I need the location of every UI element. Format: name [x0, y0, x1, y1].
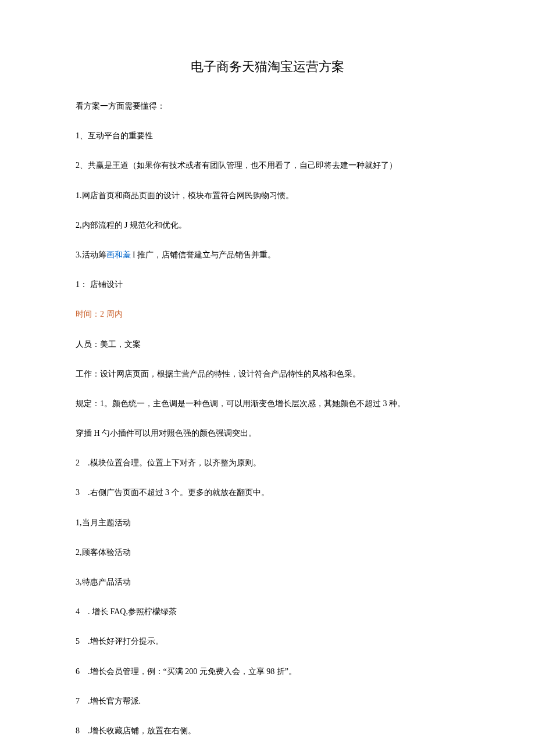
- highlighted-text: 2: [100, 310, 104, 318]
- text-segment: 3.活动筹: [76, 250, 106, 259]
- paragraph: 看方案一方面需要懂得：: [76, 99, 459, 113]
- paragraph: 规定：1。颜色统一，主色调是一种色调，可以用渐变色增长层次感，其她颜色不超过 3…: [76, 396, 459, 411]
- paragraph: 1： 店铺设计: [76, 277, 459, 292]
- paragraph: 2、共赢是王道（如果你有技术或者有团队管理，也不用看了，自己即将去建一种就好了）: [76, 158, 459, 173]
- paragraph: 4 . 增长 FAQ,参照柠檬绿茶: [76, 604, 459, 619]
- paragraph: 穿插 H 勺小插件可以用对照色强的颜色强调突出。: [76, 426, 459, 440]
- paragraph: 人员：美工，文案: [76, 337, 459, 352]
- paragraph: 8 .增长收藏店铺，放置在右侧。: [76, 723, 459, 738]
- hyperlink-text: 画和羞: [106, 250, 131, 259]
- paragraph: 3 .右侧广告页面不超过 3 个。更多的就放在翻页中。: [76, 485, 459, 500]
- paragraph: 7 .增长官方帮派.: [76, 694, 459, 708]
- paragraph: 1.网店首页和商品页面的设计，模块布置符合网民购物习惯。: [76, 188, 459, 203]
- paragraph: 工作：设计网店页面，根据主营产品的特性，设计符合产品特性的风格和色采。: [76, 367, 459, 381]
- text-segment: I 推广，店铺信誉建立与产品销售并重。: [131, 250, 276, 259]
- paragraph: 时间：2 周内: [76, 307, 459, 321]
- paragraph: 3,特惠产品活动: [76, 575, 459, 589]
- paragraph: 2 .模块位置合理。位置上下对齐，以齐整为原则。: [76, 456, 459, 470]
- document-title: 电子商务天猫淘宝运营方案: [76, 58, 459, 76]
- highlighted-text: 周内: [104, 310, 123, 318]
- paragraph: 2,顾客体验活动: [76, 545, 459, 560]
- paragraph: 6 .增长会员管理，例：“买满 200 元免费入会，立享 98 折”。: [76, 664, 459, 679]
- paragraph: 1、互动平台的重要性: [76, 128, 459, 143]
- paragraph: 3.活动筹画和羞 I 推广，店铺信誉建立与产品销售并重。: [76, 248, 459, 262]
- paragraph: 5 .增长好评打分提示。: [76, 634, 459, 648]
- paragraph: 1,当月主题活动: [76, 515, 459, 530]
- paragraph: 9 .增长顾客反馈。: [76, 753, 459, 756]
- highlighted-text: 时间：: [76, 310, 100, 318]
- paragraph: 2,内部流程的 J 规范化和优化。: [76, 218, 459, 232]
